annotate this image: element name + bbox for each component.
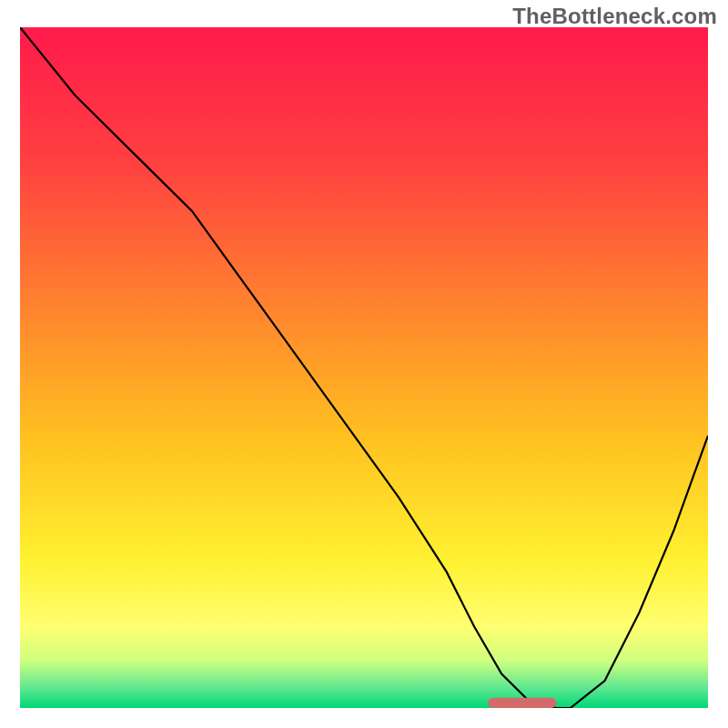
plot-area bbox=[20, 27, 708, 708]
plot-svg bbox=[20, 27, 708, 708]
gradient-rect bbox=[20, 27, 708, 708]
watermark-label: TheBottleneck.com bbox=[512, 4, 717, 29]
chart-container: TheBottleneck.com bbox=[0, 0, 728, 728]
target-bar bbox=[488, 698, 557, 708]
